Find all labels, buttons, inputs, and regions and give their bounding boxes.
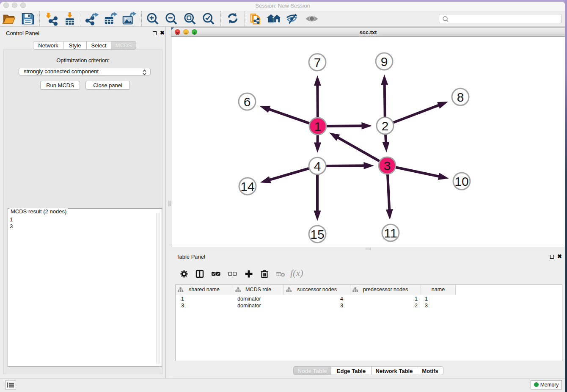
svg-text:15: 15 — [310, 227, 324, 241]
svg-text:2: 2 — [382, 119, 389, 133]
svg-text:14: 14 — [240, 179, 254, 193]
svg-text:4: 4 — [314, 159, 321, 173]
svg-text:8: 8 — [457, 90, 464, 104]
svg-text:9: 9 — [381, 55, 388, 69]
svg-text:3: 3 — [384, 159, 391, 173]
svg-text:6: 6 — [244, 95, 251, 109]
svg-text:7: 7 — [314, 55, 321, 69]
svg-text:11: 11 — [384, 226, 397, 240]
svg-text:1: 1 — [314, 119, 322, 133]
svg-text:10: 10 — [454, 174, 468, 188]
